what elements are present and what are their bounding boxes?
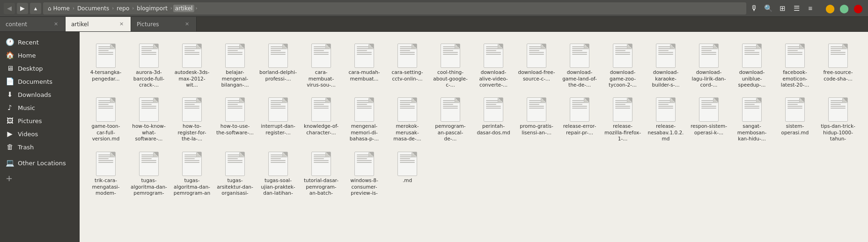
file-item[interactable]: sistem-operasi.md	[774, 93, 816, 146]
file-icon-wrapper	[224, 42, 246, 69]
breadcrumb-documents[interactable]: Documents	[75, 5, 111, 12]
sidebar-item-videos[interactable]: ▶ Videos	[0, 127, 79, 140]
file-icon-wrapper	[568, 96, 591, 123]
document-icon	[182, 44, 202, 68]
file-icon-wrapper	[138, 42, 160, 69]
file-icon-wrapper	[482, 42, 505, 69]
file-name-label: how-to-register-for-the-la-...	[173, 123, 211, 142]
file-item[interactable]: how-to-use-the-software-...	[214, 93, 256, 146]
file-item[interactable]: tugas-algoritma-dan-pemrogram-an—array-d…	[171, 147, 213, 200]
file-item[interactable]: release-mozilla-firefox-1-...	[602, 93, 643, 146]
file-item[interactable]: interrupt-dan-register-...	[257, 93, 299, 146]
file-item[interactable]: pemrogram-an-pascal-de-...	[430, 93, 471, 146]
file-item[interactable]: .md	[387, 147, 428, 200]
document-icon	[699, 97, 719, 122]
file-item[interactable]: cara-mudah-membuat...	[344, 39, 385, 91]
file-name-label: autodesk-3ds-max-2012-wit...	[173, 69, 211, 88]
file-icon-wrapper	[95, 96, 117, 123]
file-item[interactable]: aurora-3d-barcode-full-crack-...	[128, 39, 169, 91]
file-item[interactable]: cara-membuat-virus-sou-...	[301, 39, 342, 91]
sidebar-item-music[interactable]: ♪ Music	[0, 101, 79, 114]
file-item[interactable]: respon-sistem-operasi-k-...	[688, 93, 729, 146]
search-button[interactable]: 🔍	[762, 2, 774, 15]
document-icon	[268, 44, 288, 68]
file-item[interactable]: tugas-arsitektur-dan-organisasi-komputer…	[214, 147, 256, 200]
up-button[interactable]: ▲	[30, 3, 41, 14]
file-icon-wrapper	[353, 42, 375, 69]
file-item[interactable]: perintah-dasar-dos.md	[473, 93, 514, 146]
file-item[interactable]: tutorial-dasar-pemrogram-an-batch-file.m…	[301, 147, 342, 200]
document-icon	[484, 97, 503, 122]
back-button[interactable]: ◀	[4, 3, 15, 14]
file-name-label: sistem-operasi.md	[776, 123, 814, 136]
sidebar-item-home[interactable]: 🏠 Home	[0, 49, 79, 62]
file-item[interactable]: mengenal-memori-di-bahasa-p-...	[344, 93, 385, 146]
sidebar-item-trash[interactable]: 🗑 Trash	[0, 140, 79, 154]
file-item[interactable]: download-alive-video-converte-...	[473, 39, 514, 91]
sidebar-item-downloads[interactable]: ⬇ Downloads	[0, 88, 79, 101]
sidebar-item-recent[interactable]: 🕐 Recent	[0, 36, 79, 49]
tab-pictures[interactable]: Pictures ✕	[131, 17, 197, 31]
file-item[interactable]: promo-gratis-lisensi-an-...	[516, 93, 557, 146]
file-item[interactable]: tugas-algoritma-dan-pemrogram-man.md	[128, 147, 169, 200]
file-item[interactable]: cara-setting-cctv-onlin-...	[387, 39, 428, 91]
file-item[interactable]: belajar-mengenal-bilangan-...	[214, 39, 256, 91]
file-icon-wrapper	[181, 42, 203, 69]
list-view-button[interactable]: ☰	[790, 2, 802, 15]
file-item[interactable]: windows-8-consumer-preview-is-released-d…	[344, 147, 385, 200]
file-icon-wrapper	[784, 96, 806, 123]
breadcrumb-artikel[interactable]: artikel	[173, 5, 195, 12]
tab-artikel[interactable]: artikel ✕	[66, 17, 131, 31]
file-item[interactable]: game-toon-car-full-version.md	[85, 93, 126, 146]
file-item[interactable]: knowledge-of-character-...	[301, 93, 342, 146]
file-name-label: release-nesabav.1.0.2.md	[647, 123, 684, 142]
file-item[interactable]: sangat-membosan-kan-hidu-...	[731, 93, 772, 146]
breadcrumb-repo[interactable]: repo	[115, 5, 131, 12]
document-icon	[785, 44, 805, 68]
file-item[interactable]: how-to-register-for-the-la-...	[171, 93, 213, 146]
file-icon-wrapper	[310, 42, 332, 69]
tab-artikel-close[interactable]: ✕	[118, 21, 125, 28]
file-item[interactable]: cool-thing-about-google-c-...	[430, 39, 471, 91]
forward-button[interactable]: ▶	[17, 3, 28, 14]
file-item[interactable]: autodesk-3ds-max-2012-wit...	[171, 39, 213, 91]
file-item[interactable]: download-game-land-of-the-de-...	[559, 39, 600, 91]
close-button[interactable]: ⬤	[852, 2, 864, 15]
breadcrumb-blogimport[interactable]: blogimport	[135, 5, 169, 12]
tab-content-close[interactable]: ✕	[52, 21, 59, 28]
file-item[interactable]: download-karaoke-builder-s-...	[645, 39, 686, 91]
sidebar-item-desktop[interactable]: 🖥 Desktop	[0, 62, 79, 75]
file-item[interactable]: download-uniblue-speedup-...	[731, 39, 772, 91]
minimize-button[interactable]: ⬤	[824, 2, 836, 15]
document-icon	[441, 97, 460, 122]
file-item[interactable]: tugas-soal-ujian-praktek-dan-latihan-uts…	[257, 147, 299, 200]
maximize-button[interactable]: ⬤	[838, 2, 850, 15]
file-item[interactable]: download-free-source-c-...	[516, 39, 557, 91]
file-item[interactable]: facebook-emoticon-latest-20-...	[774, 39, 816, 91]
file-item[interactable]: release-error-repair-pr-...	[559, 93, 600, 146]
file-item[interactable]: download-game-zoo-tycoon-2-...	[602, 39, 643, 91]
view-toggle-button[interactable]: ⊞	[776, 2, 788, 15]
sidebar-item-pictures[interactable]: 🖼 Pictures	[0, 114, 79, 127]
file-item[interactable]: trik-cara-mengatasi-modem-smartfren-yang…	[85, 147, 126, 200]
tab-pictures-close[interactable]: ✕	[183, 21, 191, 28]
microphone-button[interactable]: 🎙	[748, 2, 760, 15]
sidebar-add-button[interactable]: +	[0, 171, 79, 185]
menu-button[interactable]: ≡	[804, 2, 817, 15]
file-item[interactable]: tips-dan-trick-hidup-1000-tahun-lebih.md	[817, 93, 859, 146]
file-item[interactable]: how-to-know-what-software-...	[128, 93, 169, 146]
file-item[interactable]: 4-tersangka-pengedar...	[85, 39, 126, 91]
sidebar-item-other-locations[interactable]: 💻 Other Locations	[0, 156, 79, 169]
file-name-label: cara-mudah-membuat...	[346, 69, 383, 82]
file-item[interactable]: download-lagu-lirik-dan-cord-...	[688, 39, 729, 91]
tab-content[interactable]: content ✕	[0, 17, 66, 31]
file-area[interactable]: 4-tersangka-pengedar...aurora-3d-barcode…	[80, 32, 868, 242]
file-name-label: cool-thing-about-google-c-...	[432, 69, 469, 88]
file-item[interactable]: merokok-merusak-masa-de-...	[387, 93, 428, 146]
file-icon-wrapper	[181, 96, 203, 123]
file-item[interactable]: release-nesabav.1.0.2.md	[645, 93, 686, 146]
file-item[interactable]: free-source-code-sha-...	[817, 39, 859, 91]
sidebar-item-documents[interactable]: 📄 Documents	[0, 75, 79, 88]
breadcrumb-home[interactable]: ⌂ Home	[46, 5, 72, 12]
file-item[interactable]: borland-delphi-professi-...	[257, 39, 299, 91]
